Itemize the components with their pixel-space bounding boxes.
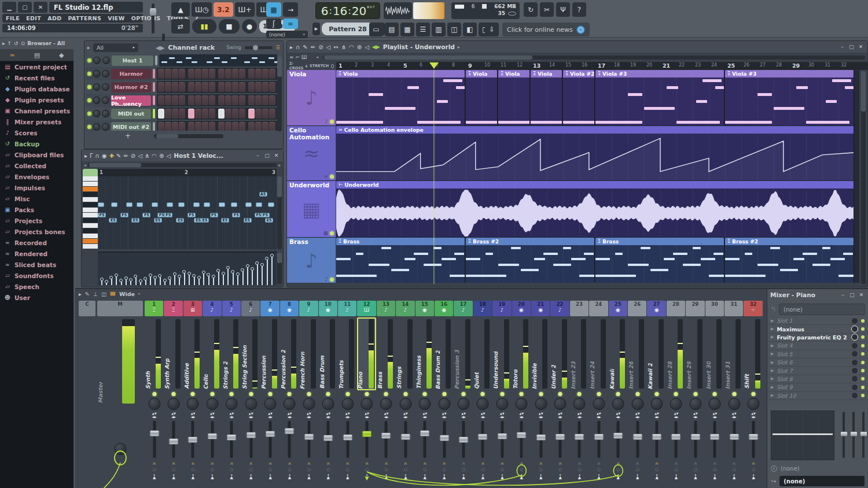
strip-color-tab[interactable]: 4♪ — [203, 301, 221, 316]
pr-note[interactable]: F5 — [262, 213, 270, 217]
channel-step-sequencer[interactable] — [157, 94, 277, 106]
pr-velocity-handle[interactable] — [109, 276, 113, 279]
pr-close-icon[interactable]: ✕ — [273, 153, 280, 158]
pr-delete-tool-icon[interactable]: ⊘ — [131, 153, 135, 159]
strip-color-tab[interactable]: 20◉ — [512, 301, 531, 316]
strip-led[interactable] — [578, 392, 582, 396]
pr-velocity-stem[interactable] — [227, 268, 229, 285]
fx-slot-enable-led[interactable] — [861, 352, 865, 356]
strip-clock-icon[interactable]: ○ — [713, 467, 716, 472]
piano-key[interactable] — [83, 182, 98, 187]
pr-velocity-handle[interactable] — [260, 263, 264, 267]
strip-led[interactable] — [500, 392, 504, 396]
mixer-strip-totoro[interactable]: 20◉Totoro▲▼◀▶∩○•▲ — [512, 298, 531, 488]
strip-fader[interactable] — [269, 421, 272, 458]
strip-lock-icon[interactable]: ∩ — [675, 461, 678, 466]
pr-note[interactable] — [268, 202, 274, 207]
strip-color-tab[interactable]: 16◉ — [435, 301, 453, 316]
step-cell[interactable] — [209, 82, 215, 92]
pr-vscrollbar[interactable] — [277, 176, 282, 249]
strip-pan-knob[interactable] — [148, 398, 160, 410]
cut-icon[interactable]: ✂ — [540, 2, 554, 17]
channel-volume-knob[interactable] — [102, 57, 110, 64]
pl-track-header[interactable]: Underworld▦▦ — [287, 181, 336, 237]
menu-options[interactable]: OPTIONS — [131, 15, 161, 21]
strip-color-tab[interactable]: 29 — [686, 301, 704, 316]
step-cell[interactable] — [209, 109, 215, 119]
strip-led[interactable] — [152, 392, 156, 396]
browser-search-icon[interactable]: ⊙ — [21, 40, 25, 46]
strip-led[interactable] — [172, 392, 176, 396]
master-volume-knob[interactable] — [115, 443, 127, 455]
strip-clock-icon[interactable]: ○ — [172, 467, 175, 472]
pr-velocity-handle[interactable] — [124, 276, 128, 280]
strip-pan-knob[interactable] — [264, 398, 277, 410]
mixer-strip-strings[interactable]: 14♪Strings▲▼◀▶∩○•▲ — [396, 298, 415, 488]
download-icon[interactable]: ⇩ — [485, 23, 499, 36]
pr-velocity-handle[interactable] — [144, 277, 147, 280]
menu-patterns[interactable]: PATTERNS — [68, 15, 102, 21]
channel-selector-indicator[interactable] — [155, 56, 157, 65]
pr-velocity-handle[interactable] — [163, 279, 167, 282]
pl-track-led[interactable] — [330, 120, 334, 124]
pr-velocity-stem[interactable] — [233, 272, 234, 285]
pr-velocity-handle[interactable] — [149, 273, 152, 277]
fx-slot-mix-knob[interactable] — [851, 392, 858, 399]
pr-velocity-handle[interactable] — [241, 268, 244, 272]
mixer-preset-select[interactable]: Wide — [119, 291, 135, 297]
pl-track-led[interactable] — [330, 231, 334, 235]
pr-magnet-tool-icon[interactable]: ∩ — [95, 153, 100, 159]
pr-select-tool-icon[interactable]: ◠ — [152, 153, 157, 159]
pl-clip[interactable]: ΞBrass #2 — [466, 238, 595, 283]
pr-velocity-stem[interactable] — [184, 272, 185, 285]
strip-pan-knob[interactable] — [303, 398, 315, 410]
pr-mute-tool-icon[interactable]: ◁ — [138, 153, 142, 159]
fx-slot-slot-7[interactable]: ▶Slot 7 — [767, 367, 868, 375]
channel-selector-indicator[interactable] — [153, 95, 155, 105]
pl-track-content[interactable]: ΞViolaΞViolaΞViolaΞViolaΞViola #2ΞViola … — [336, 70, 859, 125]
channel-pan-knob[interactable] — [93, 110, 101, 117]
pr-velocity-stem[interactable] — [223, 274, 224, 285]
channel-pan-knob[interactable] — [93, 57, 101, 64]
pr-velocity-handle[interactable] — [222, 272, 225, 275]
strip-fader[interactable] — [211, 421, 214, 458]
pr-velocity-handle[interactable] — [115, 273, 118, 277]
mixer-dock-icon[interactable]: ◫ — [101, 291, 106, 297]
strip-route-arrow[interactable]: ▲ — [249, 475, 252, 480]
strip-clock-icon[interactable]: ○ — [211, 467, 214, 472]
mixer-strip-percussion-2[interactable]: 8◉Percussion 2▲▼◀▶∩○•▲ — [280, 298, 299, 488]
step-cell[interactable] — [262, 95, 269, 105]
strip-clock-icon[interactable]: ○ — [365, 467, 369, 472]
close-button[interactable]: ✕ — [34, 2, 47, 13]
pr-velocity-stem[interactable] — [189, 274, 190, 285]
pr-velocity-stem[interactable] — [267, 259, 268, 285]
strip-led[interactable] — [269, 392, 273, 396]
piano-key[interactable] — [83, 176, 98, 182]
pr-note[interactable]: E5 — [154, 218, 162, 223]
browser-tab-files-icon[interactable]: ▤ — [34, 51, 40, 59]
pr-note[interactable] — [152, 202, 158, 207]
strip-led[interactable] — [732, 392, 736, 396]
pr-note[interactable] — [204, 202, 210, 207]
piano-key[interactable] — [83, 223, 98, 228]
browser-item-speech[interactable]: ▱Speech — [0, 281, 73, 292]
fx-slot-fruity-parametric-eq-2[interactable]: ▶Fruity parametric EQ 2 — [767, 334, 868, 342]
strip-clock-icon[interactable]: ○ — [578, 467, 581, 472]
strip-clock-icon[interactable]: ○ — [423, 467, 426, 472]
strip-route-arrow[interactable]: ▲ — [655, 475, 658, 480]
strip-route-arrow[interactable]: ▲ — [597, 475, 600, 480]
pr-note[interactable]: E5 — [176, 218, 184, 223]
fx-input-select[interactable]: (none) — [779, 304, 865, 315]
browser-item-sliced-beats[interactable]: ≈Sliced beats — [0, 259, 73, 270]
mixer-menu-icon[interactable]: ▸ — [79, 291, 82, 297]
step-cell[interactable] — [179, 109, 185, 119]
browser-item-plugin-database[interactable]: ◆Plugin database — [0, 83, 73, 94]
rack-vscrollbar[interactable] — [277, 56, 282, 131]
fx-slot-slot-4[interactable]: ▶Slot 4 — [767, 342, 868, 350]
step-cell[interactable] — [158, 95, 164, 105]
step-cell[interactable] — [202, 109, 208, 119]
channel-name-button[interactable]: Love Ph..uency — [111, 95, 151, 106]
step-cell[interactable] — [262, 109, 269, 119]
fx-slot-mix-knob[interactable] — [851, 342, 858, 349]
pr-velocity-handle[interactable] — [265, 257, 269, 260]
